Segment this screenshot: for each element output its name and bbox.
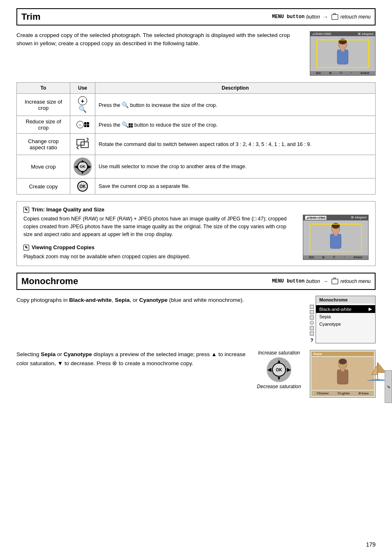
table-cell-desc-1: Press the 🔍 button to increase the size … xyxy=(95,94,376,116)
sat-arrow-right-icon: ▶ xyxy=(287,367,291,373)
arrow-left-icon: ◀ xyxy=(74,164,78,169)
trim-note-content: ✎ Trim: Image Quality and Size Copies cr… xyxy=(23,206,296,261)
trim-cam-image-area-2 xyxy=(303,220,368,255)
increase-saturation-label: Increase saturation xyxy=(258,350,300,356)
crop-overlay-1 xyxy=(316,39,369,68)
table-cell-use-5: OK xyxy=(70,178,95,195)
table-cell-desc-3: Rotate the command dial to switch betwee… xyxy=(95,134,376,155)
mono-dropdown-items: Black-and-white ▶ Sepia Cyanotype xyxy=(316,303,375,329)
page: Trim MENU button button → retouch menu C… xyxy=(0,0,392,556)
mono-menu-box: ? Monochrome Black-and-white ▶ Sepia xyxy=(310,296,376,343)
sat-arrow-down-icon: ▼ xyxy=(277,375,281,381)
sat-arrow-left-icon: ◀ xyxy=(267,367,271,373)
mono-menu-italic: button xyxy=(306,278,320,284)
trim-cam-frame-1: ⊿3040×2560 ⊞ ≥Aspect xyxy=(310,31,376,76)
mono-left-icon-2 xyxy=(310,310,314,314)
sepia-screen-box: Sepia xyxy=(310,350,376,398)
crop-aspect-icon xyxy=(75,136,90,152)
trim-camera-display-1: ⊿3040×2560 ⊞ ≥Aspect xyxy=(310,31,376,76)
cam2-btn-b: ⊞ xyxy=(322,256,325,259)
table-cell-to-5: Create copy xyxy=(17,178,70,195)
table-cell-to-2: Reduce size of crop xyxy=(17,116,70,134)
mono-bottom-section: Selecting Sepia or Cyanotype displays a … xyxy=(16,350,376,398)
col-header-to: To xyxy=(17,83,70,94)
col-header-use: Use xyxy=(70,83,95,94)
retouch-menu-label: retouch menu xyxy=(341,14,371,20)
table-cell-use-3 xyxy=(70,134,95,155)
cam-btn-1b: ⊞ xyxy=(329,72,332,75)
menu-item-cyanotype[interactable]: Cyanotype xyxy=(316,320,375,328)
trim-note-box: ✎ Trim: Image Quality and Size Copies cr… xyxy=(16,201,376,266)
svg-rect-4 xyxy=(77,139,84,145)
cam-btn-1d: ⁺ xyxy=(350,72,352,75)
sepia-bold: Sepia xyxy=(115,297,129,303)
sepia-btn-darker: ©Darker xyxy=(316,392,329,395)
mono-left-icon-6 xyxy=(310,331,314,336)
pencil-note-icon-1: ✎ xyxy=(23,207,29,213)
cam2-btn-c: © xyxy=(333,256,335,259)
table-row: Change crop aspect ratio Rotate the xyxy=(17,134,376,155)
mono-left-icon-5 xyxy=(310,326,314,330)
svg-rect-13 xyxy=(341,368,344,371)
saturation-control: Increase saturation OK ▲ ▼ ◀ ▶ Decrease … xyxy=(252,350,306,389)
menu-italic: button xyxy=(306,14,320,20)
mono-retouch-label: retouch menu xyxy=(341,278,371,284)
svg-point-11 xyxy=(339,359,347,364)
trim-cam-bottom-bar-2: ⊞⊟ ⊞ © ⁺ ⊛Save xyxy=(303,255,368,259)
pencil-note-icon-2: ✎ xyxy=(23,245,29,250)
cam2-btn-d: ⁺ xyxy=(344,256,345,259)
cam-btn-1e: ⊛Save xyxy=(360,72,369,75)
mono-title: Monochrome xyxy=(21,276,78,287)
trim-note2-title: ✎ Viewing Cropped Copies xyxy=(23,244,296,250)
sepia-screen-bottom: ©Darker ©Lighter ⊛Save xyxy=(311,391,374,396)
menu-item-cyanotype-label: Cyanotype xyxy=(319,322,341,327)
zoom-circle-icon: − xyxy=(76,121,84,128)
mono-arrow: → xyxy=(323,278,328,284)
sepia-bold-2: Sepia xyxy=(41,351,55,357)
cyanotype-bold: Cyanotype xyxy=(139,297,168,303)
mono-section-header: Monochrome MENU button button → retouch … xyxy=(16,273,376,290)
trim-menu-path: MENU button button → retouch menu xyxy=(272,14,371,20)
trim-note-camera: ⊿3840×2560 ⊞ ≥Aspect ⊞⊟ ⊞ © ⁺ xyxy=(303,206,369,261)
table-row: Move crop OK ▲ ▼ ◀ ▶ Use multi selector … xyxy=(17,155,376,178)
arrow-up-icon: ▲ xyxy=(81,158,85,163)
table-cell-desc-5: Save the current crop as a separate file… xyxy=(95,178,376,195)
cam-mode-2: ⊞ ≥Aspect xyxy=(351,215,367,220)
sepia-screen-image xyxy=(311,357,374,390)
grid-icon xyxy=(84,122,89,127)
mono-body-para: Selecting Sepia or Cyanotype displays a … xyxy=(16,350,248,368)
trim-cam-top-bar-2: ⊿3840×2560 ⊞ ≥Aspect xyxy=(303,215,368,220)
menu-item-black-white-label: Black-and-white xyxy=(319,307,351,312)
menu-item-black-white[interactable]: Black-and-white ▶ xyxy=(316,305,375,313)
mono-left-icons: ? xyxy=(310,296,314,343)
table-row: Increase size of crop + 🔍 Press the 🔍 bu… xyxy=(17,94,376,116)
trim-intro-paragraph: Create a cropped copy of the selected ph… xyxy=(16,31,302,48)
saturation-selector: OK ▲ ▼ ◀ ▶ xyxy=(267,357,291,382)
cam2-btn-e: ⊛Save xyxy=(353,256,362,259)
sepia-screen-title: Sepia xyxy=(311,352,374,356)
mono-intro-para: Copy photographs in Black-and-white, Sep… xyxy=(16,296,303,305)
mono-left-icon-3 xyxy=(310,315,314,320)
trim-note2-text: Playback zoom may not be available when … xyxy=(23,253,296,261)
menu-item-arrow: ▶ xyxy=(369,306,372,312)
zoom-magnifier: 🔍 xyxy=(78,106,87,113)
trim-cam-top-bar-1: ⊿3040×2560 ⊞ ≥Aspect xyxy=(310,32,375,36)
trim-title: Trim xyxy=(21,12,40,22)
menu-item-sepia[interactable]: Sepia xyxy=(316,313,375,320)
mono-menu-layout: ? Monochrome Black-and-white ▶ Sepia xyxy=(310,296,376,343)
mono-body: Copy photographs in Black-and-white, Sep… xyxy=(16,296,376,343)
table-cell-to-1: Increase size of crop xyxy=(17,94,70,116)
menu-word: MENU button xyxy=(272,14,304,20)
table-row: Create copy OK Save the current crop as … xyxy=(17,178,376,195)
crop-overlay-2 xyxy=(309,224,362,252)
cam-resolution-1: ⊿3040×2560 xyxy=(312,32,331,36)
trim-note1-title: ✎ Trim: Image Quality and Size xyxy=(23,206,296,213)
mono-body-text: Selecting Sepia or Cyanotype displays a … xyxy=(16,350,248,368)
table-cell-use-2: − xyxy=(70,116,95,134)
trim-cam-bottom-bar-1: ⊞⊟ ⊞ © ⁺ ⊛Save xyxy=(310,71,375,75)
table-cell-use-4: OK ▲ ▼ ◀ ▶ xyxy=(70,155,95,178)
menu-item-sepia-label: Sepia xyxy=(319,314,331,319)
cam2-btn-a: ⊞⊟ xyxy=(309,256,314,259)
table-cell-desc-2: Press the 🔍 button to reduce the size of… xyxy=(95,116,376,134)
svg-rect-5 xyxy=(81,142,88,148)
